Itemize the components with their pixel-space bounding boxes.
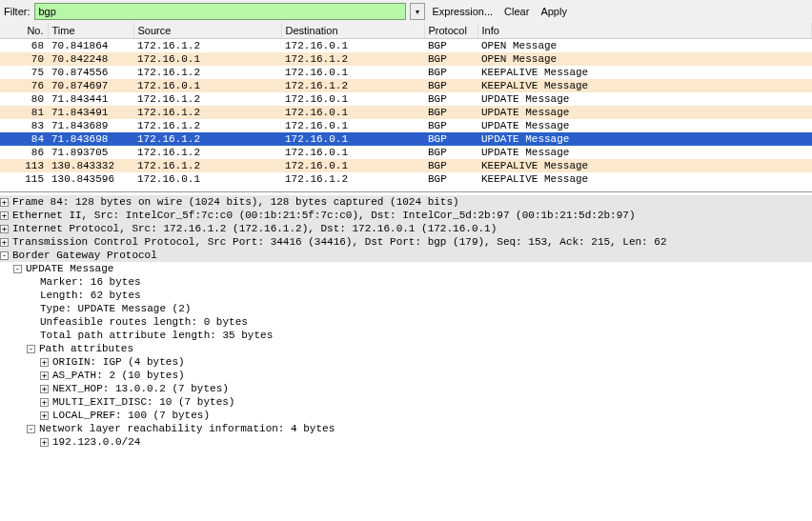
detail-length: Length: 62 bytes xyxy=(0,289,812,302)
expand-icon[interactable]: + xyxy=(0,238,9,247)
detail-nlri[interactable]: -Network layer reachability information:… xyxy=(0,422,812,435)
table-row[interactable]: 113130.843332172.16.1.2172.16.0.1BGPKEEP… xyxy=(0,159,812,172)
expand-icon[interactable]: + xyxy=(0,211,9,220)
detail-prefix[interactable]: +192.123.0.0/24 xyxy=(0,435,812,449)
detail-totalpath: Total path attribute length: 35 bytes xyxy=(0,329,812,342)
detail-med[interactable]: +MULTI_EXIT_DISC: 10 (7 bytes) xyxy=(0,395,812,409)
collapse-icon[interactable]: - xyxy=(27,345,35,353)
filter-input[interactable] xyxy=(34,3,406,20)
col-header-time[interactable]: Time xyxy=(48,23,133,39)
expand-icon[interactable]: + xyxy=(40,358,49,367)
expand-icon[interactable]: + xyxy=(40,438,49,447)
col-header-source[interactable]: Source xyxy=(133,23,281,39)
detail-marker: Marker: 16 bytes xyxy=(0,275,812,289)
detail-pathattr[interactable]: -Path attributes xyxy=(0,342,812,355)
expand-icon[interactable]: + xyxy=(40,411,49,420)
table-row[interactable]: 8071.843441172.16.1.2172.16.0.1BGPUPDATE… xyxy=(0,92,812,106)
expand-icon[interactable]: + xyxy=(40,371,49,380)
filter-dropdown-icon[interactable]: ▾ xyxy=(410,3,425,20)
filter-label: Filter: xyxy=(4,6,30,17)
detail-unfeasible: Unfeasible routes length: 0 bytes xyxy=(0,315,812,329)
expand-icon[interactable]: + xyxy=(40,385,49,393)
detail-tcp[interactable]: +Transmission Control Protocol, Src Port… xyxy=(0,235,812,249)
detail-type: Type: UPDATE Message (2) xyxy=(0,302,812,315)
expression-button[interactable]: Expression... xyxy=(429,5,497,18)
clear-button[interactable]: Clear xyxy=(500,5,533,18)
collapse-icon[interactable]: - xyxy=(13,265,22,273)
col-header-no[interactable]: No. xyxy=(0,23,48,39)
col-header-protocol[interactable]: Protocol xyxy=(424,23,477,39)
collapse-icon[interactable]: - xyxy=(0,251,9,260)
table-row[interactable]: 7570.874556172.16.1.2172.16.0.1BGPKEEPAL… xyxy=(0,66,812,79)
expand-icon[interactable]: + xyxy=(0,225,9,233)
detail-ethernet[interactable]: +Ethernet II, Src: IntelCor_5f:7c:c0 (00… xyxy=(0,209,812,222)
col-header-destination[interactable]: Destination xyxy=(281,23,424,39)
table-row[interactable]: 8371.843689172.16.1.2172.16.0.1BGPUPDATE… xyxy=(0,119,812,132)
col-header-info[interactable]: Info xyxy=(477,23,812,39)
detail-localpref[interactable]: +LOCAL_PREF: 100 (7 bytes) xyxy=(0,409,812,422)
detail-bgp[interactable]: -Border Gateway Protocol xyxy=(0,249,812,262)
table-row[interactable]: 7670.874697172.16.0.1172.16.1.2BGPKEEPAL… xyxy=(0,79,812,92)
table-row[interactable]: 8171.843491172.16.1.2172.16.0.1BGPUPDATE… xyxy=(0,106,812,119)
expand-icon[interactable]: + xyxy=(0,198,9,207)
table-row[interactable]: 8471.843698172.16.1.2172.16.0.1BGPUPDATE… xyxy=(0,132,812,146)
expand-icon[interactable]: + xyxy=(40,398,49,407)
detail-update[interactable]: -UPDATE Message xyxy=(0,262,812,275)
filter-toolbar: Filter: ▾ Expression... Clear Apply xyxy=(0,0,812,23)
table-row[interactable]: 115130.843596172.16.0.1172.16.1.2BGPKEEP… xyxy=(0,172,812,186)
table-row[interactable]: 6870.841864172.16.1.2172.16.0.1BGPOPEN M… xyxy=(0,39,812,53)
table-row[interactable]: 8671.893705172.16.1.2172.16.0.1BGPUPDATE… xyxy=(0,146,812,159)
collapse-icon[interactable]: - xyxy=(27,425,35,433)
table-row[interactable]: 7070.842248172.16.0.1172.16.1.2BGPOPEN M… xyxy=(0,52,812,66)
detail-origin[interactable]: +ORIGIN: IGP (4 bytes) xyxy=(0,355,812,369)
packet-details-pane: +Frame 84: 128 bytes on wire (1024 bits)… xyxy=(0,191,812,449)
apply-button[interactable]: Apply xyxy=(537,5,571,18)
detail-ip[interactable]: +Internet Protocol, Src: 172.16.1.2 (172… xyxy=(0,222,812,235)
detail-aspath[interactable]: +AS_PATH: 2 (10 bytes) xyxy=(0,369,812,382)
detail-nexthop[interactable]: +NEXT_HOP: 13.0.0.2 (7 bytes) xyxy=(0,382,812,395)
packet-list-header[interactable]: No. Time Source Destination Protocol Inf… xyxy=(0,23,812,39)
packet-list-table: No. Time Source Destination Protocol Inf… xyxy=(0,23,812,186)
detail-frame[interactable]: +Frame 84: 128 bytes on wire (1024 bits)… xyxy=(0,195,812,209)
